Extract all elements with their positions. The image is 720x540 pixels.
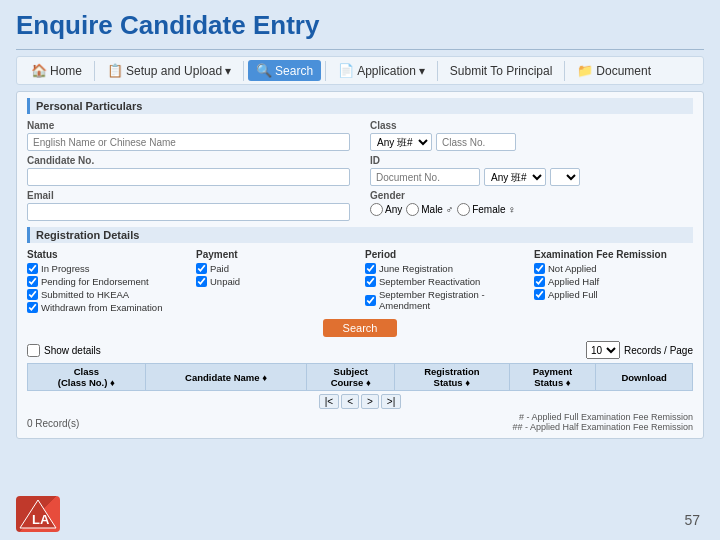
exam-half-cb[interactable] bbox=[534, 276, 545, 287]
payment-paid[interactable]: Paid bbox=[196, 263, 355, 274]
col-download: Download bbox=[596, 364, 693, 391]
show-details-checkbox[interactable] bbox=[27, 344, 40, 357]
application-dropdown-icon: ▾ bbox=[419, 64, 425, 78]
id-type-select[interactable] bbox=[550, 168, 580, 186]
exam-not-applied-cb[interactable] bbox=[534, 263, 545, 274]
col-registration-status[interactable]: RegistrationStatus ♦ bbox=[395, 364, 510, 391]
page-next-btn[interactable]: > bbox=[361, 394, 379, 409]
payment-unpaid[interactable]: Unpaid bbox=[196, 276, 355, 287]
setup-dropdown-icon: ▾ bbox=[225, 64, 231, 78]
show-details-label[interactable]: Show details bbox=[27, 344, 101, 357]
id-any-select[interactable]: Any 班# bbox=[484, 168, 546, 186]
payment-unpaid-cb[interactable] bbox=[196, 276, 207, 287]
email-row: Email bbox=[27, 190, 350, 221]
exam-not-applied[interactable]: Not Applied bbox=[534, 263, 693, 274]
toolbar-item-document[interactable]: 📁 Document bbox=[569, 60, 659, 81]
name-row: Name bbox=[27, 120, 350, 151]
name-label: Name bbox=[27, 120, 350, 131]
records-per-page: 10 20 50 Records / Page bbox=[586, 341, 693, 359]
candidate-no-row: Candidate No. bbox=[27, 155, 350, 186]
toolbar-item-application[interactable]: 📄 Application ▾ bbox=[330, 60, 433, 81]
period-sept-react[interactable]: September Reactivation bbox=[365, 276, 524, 287]
logo-area: LA bbox=[16, 496, 60, 532]
page-first-btn[interactable]: |< bbox=[319, 394, 339, 409]
toolbar-label-home: Home bbox=[50, 64, 82, 78]
toolbar-sep-2 bbox=[243, 61, 244, 81]
status-inprogress-cb[interactable] bbox=[27, 263, 38, 274]
gender-row: Gender Any Male ♂ Female ♀ bbox=[370, 190, 693, 216]
personal-form: Name Candidate No. Email Class bbox=[27, 120, 693, 221]
payment-col: Payment Paid Unpaid bbox=[196, 249, 355, 313]
class-inputs: Any 班# bbox=[370, 133, 693, 151]
page-prev-btn[interactable]: < bbox=[341, 394, 359, 409]
exam-half[interactable]: Applied Half bbox=[534, 276, 693, 287]
gender-inputs: Any Male ♂ Female ♀ bbox=[370, 203, 693, 216]
toolbar-sep-4 bbox=[437, 61, 438, 81]
email-input[interactable] bbox=[27, 203, 350, 221]
toolbar-item-setup[interactable]: 📋 Setup and Upload ▾ bbox=[99, 60, 239, 81]
status-col: Status In Progress Pending for Endorseme… bbox=[27, 249, 186, 313]
document-no-input[interactable] bbox=[370, 168, 480, 186]
personal-section-header: Personal Particulars bbox=[27, 98, 693, 114]
toolbar-sep-3 bbox=[325, 61, 326, 81]
document-icon: 📁 bbox=[577, 63, 593, 78]
payment-label: Payment bbox=[196, 249, 355, 260]
pagination: |< < > >| bbox=[27, 394, 693, 409]
status-pending-cb[interactable] bbox=[27, 276, 38, 287]
status-withdrawn[interactable]: Withdrawn from Examination bbox=[27, 302, 186, 313]
left-form-col: Name Candidate No. Email bbox=[27, 120, 350, 221]
gender-male-radio[interactable] bbox=[406, 203, 419, 216]
name-input[interactable] bbox=[27, 133, 350, 151]
search-icon: 🔍 bbox=[256, 63, 272, 78]
col-candidate-name[interactable]: Candidate Name ♦ bbox=[145, 364, 307, 391]
toolbar-label-submit: Submit To Principal bbox=[450, 64, 553, 78]
gender-any-radio[interactable] bbox=[370, 203, 383, 216]
toolbar-item-search[interactable]: 🔍 Search bbox=[248, 60, 321, 81]
search-button[interactable]: Search bbox=[323, 319, 398, 337]
exam-full[interactable]: Applied Full bbox=[534, 289, 693, 300]
exam-full-cb[interactable] bbox=[534, 289, 545, 300]
search-btn-wrap: Search bbox=[27, 319, 693, 337]
status-submitted-cb[interactable] bbox=[27, 289, 38, 300]
page-number: 57 bbox=[684, 512, 700, 528]
gender-label: Gender bbox=[370, 190, 693, 201]
id-row: ID Any 班# bbox=[370, 155, 693, 186]
exam-col: Examination Fee Remission Not Applied Ap… bbox=[534, 249, 693, 313]
col-payment-status[interactable]: PaymentStatus ♦ bbox=[509, 364, 595, 391]
class-label: Class bbox=[370, 120, 693, 131]
col-class[interactable]: Class(Class No.) ♦ bbox=[28, 364, 146, 391]
notes-area: # - Applied Full Examination Fee Remissi… bbox=[512, 412, 693, 432]
period-sept-amend-cb[interactable] bbox=[365, 295, 376, 306]
period-june[interactable]: June Registration bbox=[365, 263, 524, 274]
status-withdrawn-cb[interactable] bbox=[27, 302, 38, 313]
col-subject[interactable]: SubjectCourse ♦ bbox=[307, 364, 395, 391]
status-pending[interactable]: Pending for Endorsement bbox=[27, 276, 186, 287]
exam-label: Examination Fee Remission bbox=[534, 249, 693, 260]
status-submitted[interactable]: Submitted to HKEAA bbox=[27, 289, 186, 300]
toolbar-sep-5 bbox=[564, 61, 565, 81]
results-table: Class(Class No.) ♦ Candidate Name ♦ Subj… bbox=[27, 363, 693, 391]
page-last-btn[interactable]: >| bbox=[381, 394, 401, 409]
toolbar-item-home[interactable]: 🏠 Home bbox=[23, 60, 90, 81]
period-june-cb[interactable] bbox=[365, 263, 376, 274]
id-inputs: Any 班# bbox=[370, 168, 693, 186]
class-no-input[interactable] bbox=[436, 133, 516, 151]
candidate-no-input[interactable] bbox=[27, 168, 350, 186]
period-sept-react-cb[interactable] bbox=[365, 276, 376, 287]
note-2: ## - Applied Half Examination Fee Remiss… bbox=[512, 422, 693, 432]
gender-female-radio[interactable] bbox=[457, 203, 470, 216]
gender-any[interactable]: Any bbox=[370, 203, 402, 216]
records-per-page-label: Records / Page bbox=[624, 345, 693, 356]
title-divider bbox=[16, 49, 704, 50]
period-label: Period bbox=[365, 249, 524, 260]
period-sept-amend[interactable]: September Registration - Amendment bbox=[365, 289, 524, 311]
show-details-text: Show details bbox=[44, 345, 101, 356]
gender-female[interactable]: Female ♀ bbox=[457, 203, 516, 216]
logo-svg: LA bbox=[18, 498, 58, 530]
toolbar-item-submit[interactable]: Submit To Principal bbox=[442, 61, 561, 81]
status-inprogress[interactable]: In Progress bbox=[27, 263, 186, 274]
gender-male[interactable]: Male ♂ bbox=[406, 203, 453, 216]
records-per-page-select[interactable]: 10 20 50 bbox=[586, 341, 620, 359]
payment-paid-cb[interactable] bbox=[196, 263, 207, 274]
class-select[interactable]: Any 班# bbox=[370, 133, 432, 151]
